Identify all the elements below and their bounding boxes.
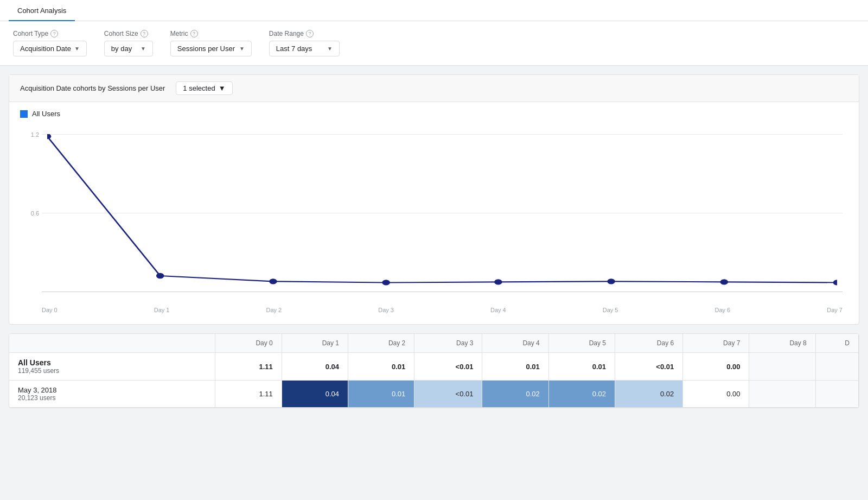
chart-legend: All Users <box>9 102 859 118</box>
all-users-day2: 0.01 <box>348 353 414 381</box>
data-table: Day 0 Day 1 Day 2 Day 3 Day 4 Day 5 Day … <box>9 334 859 408</box>
metric-dropdown[interactable]: Sessions per User ▼ <box>170 41 252 56</box>
all-users-day3: <0.01 <box>414 353 482 381</box>
all-users-day6: <0.01 <box>615 353 683 381</box>
all-users-day4: 0.01 <box>482 353 548 381</box>
selected-dropdown[interactable]: 1 selected ▼ <box>176 81 232 95</box>
x-label-day3: Day 3 <box>378 307 394 313</box>
chevron-down-icon: ▼ <box>239 46 245 52</box>
cohort-size-dropdown[interactable]: by day ▼ <box>104 41 153 56</box>
cohort-type-help-icon[interactable]: ? <box>50 30 58 37</box>
col-header-day2: Day 2 <box>348 334 414 353</box>
data-point-5 <box>607 279 615 284</box>
col-header-dayn: D <box>815 334 858 353</box>
x-axis-labels: Day 0 Day 1 Day 2 Day 3 Day 4 Day 5 Day … <box>42 307 843 313</box>
metric-control: Metric ? Sessions per User ▼ <box>170 30 252 56</box>
controls-bar: Cohort Type ? Acquisition Date ▼ Cohort … <box>0 21 868 66</box>
date-range-label: Date Range ? <box>269 30 340 37</box>
col-header-segment <box>9 334 215 353</box>
col-header-day1: Day 1 <box>282 334 348 353</box>
table-header-row: Day 0 Day 1 Day 2 Day 3 Day 4 Day 5 Day … <box>9 334 859 353</box>
metric-help-icon[interactable]: ? <box>190 30 198 37</box>
col-header-day0: Day 0 <box>215 334 282 353</box>
col-header-day6: Day 6 <box>615 334 683 353</box>
x-label-day0: Day 0 <box>42 307 58 313</box>
cohort-type-label: Cohort Type ? <box>13 30 87 37</box>
legend-label: All Users <box>32 110 60 118</box>
tab-bar: Cohort Analysis <box>0 0 868 21</box>
chart-line <box>47 136 837 282</box>
line-chart-svg <box>47 134 837 292</box>
data-point-1 <box>156 273 164 279</box>
line-chart-container: 1.2 0.6 Day 0 Day 1 Day 2 Day 3 Day 4 Da… <box>9 118 859 324</box>
all-users-day1: 0.04 <box>282 353 348 381</box>
x-label-day2: Day 2 <box>266 307 282 313</box>
col-header-day5: Day 5 <box>548 334 615 353</box>
date-range-control: Date Range ? Last 7 days ▼ <box>269 30 340 56</box>
data-point-2 <box>269 279 277 284</box>
col-header-day3: Day 3 <box>414 334 482 353</box>
may3-day3: <0.01 <box>414 381 482 408</box>
cohort-size-help-icon[interactable]: ? <box>141 30 148 37</box>
row-label-may3: May 3, 2018 20,123 users <box>9 381 215 408</box>
chart-header: Acquisition Date cohorts by Sessions per… <box>9 75 859 102</box>
data-point-3 <box>382 280 390 285</box>
all-users-day0: 1.11 <box>215 353 282 381</box>
x-label-day6: Day 6 <box>715 307 731 313</box>
may3-day7: 0.00 <box>683 381 749 408</box>
all-users-day5: 0.01 <box>548 353 615 381</box>
x-label-day7: Day 7 <box>827 307 843 313</box>
row-label-all-users: All Users 119,455 users <box>9 353 215 381</box>
cohort-type-dropdown[interactable]: Acquisition Date ▼ <box>13 41 87 56</box>
data-point-6 <box>720 279 729 284</box>
may3-day0: 1.11 <box>215 381 282 408</box>
col-header-day4: Day 4 <box>482 334 548 353</box>
gridline-bottom <box>42 292 843 292</box>
data-table-section: Day 0 Day 1 Day 2 Day 3 Day 4 Day 5 Day … <box>9 333 859 408</box>
date-range-help-icon[interactable]: ? <box>306 30 314 37</box>
col-header-day8: Day 8 <box>749 334 815 353</box>
may3-dayn <box>815 381 858 408</box>
col-header-day7: Day 7 <box>683 334 749 353</box>
legend-color-swatch <box>20 110 28 118</box>
x-label-day5: Day 5 <box>603 307 618 313</box>
y-label-top: 1.2 <box>31 131 39 138</box>
may3-day2: 0.01 <box>348 381 414 408</box>
chevron-down-icon: ▼ <box>141 46 146 52</box>
chevron-down-icon: ▼ <box>219 84 226 92</box>
may3-day4: 0.02 <box>482 381 548 408</box>
cohort-analysis-tab[interactable]: Cohort Analysis <box>9 0 75 21</box>
all-users-day8 <box>749 353 815 381</box>
all-users-day7: 0.00 <box>683 353 749 381</box>
may3-day5: 0.02 <box>548 381 615 408</box>
all-users-dayn <box>815 353 858 381</box>
y-label-mid: 0.6 <box>31 210 39 217</box>
chevron-down-icon: ▼ <box>74 46 80 52</box>
date-range-dropdown[interactable]: Last 7 days ▼ <box>269 41 340 56</box>
table-row-all-users: All Users 119,455 users 1.11 0.04 0.01 <… <box>9 353 859 381</box>
cohort-type-control: Cohort Type ? Acquisition Date ▼ <box>13 30 87 56</box>
cohort-size-label: Cohort Size ? <box>104 30 153 37</box>
chevron-down-icon: ▼ <box>327 46 333 52</box>
x-label-day1: Day 1 <box>154 307 170 313</box>
data-point-4 <box>494 279 502 284</box>
metric-label: Metric ? <box>170 30 252 37</box>
cohort-size-control: Cohort Size ? by day ▼ <box>104 30 153 56</box>
table-row-may3-2018: May 3, 2018 20,123 users 1.11 0.04 0.01 … <box>9 381 859 408</box>
may3-day1: 0.04 <box>282 381 348 408</box>
chart-section: Acquisition Date cohorts by Sessions per… <box>9 74 859 325</box>
data-point-0 <box>47 134 51 139</box>
data-point-7 <box>833 280 837 285</box>
x-label-day4: Day 4 <box>490 307 506 313</box>
may3-day8 <box>749 381 815 408</box>
line-chart: 1.2 0.6 Day 0 Day 1 Day 2 Day 3 Day 4 Da… <box>20 123 848 313</box>
chart-title: Acquisition Date cohorts by Sessions per… <box>20 84 165 92</box>
may3-day6: 0.02 <box>615 381 683 408</box>
